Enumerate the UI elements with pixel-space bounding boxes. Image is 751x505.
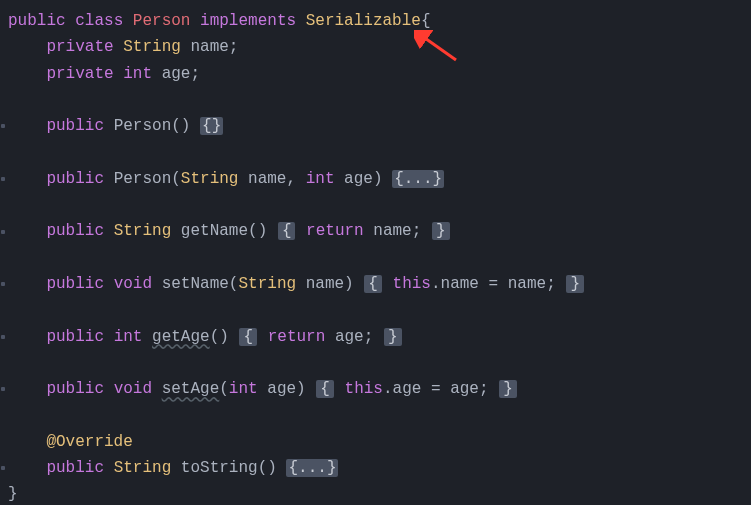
type-string: String xyxy=(123,38,181,56)
parens: () xyxy=(210,328,229,346)
keyword-public: public xyxy=(46,380,104,398)
fold-region[interactable]: {...} xyxy=(392,170,444,188)
blank-line xyxy=(0,402,743,428)
keyword-private: private xyxy=(46,65,113,83)
code-line: private String name; xyxy=(0,34,743,60)
method-tostring: toString xyxy=(181,459,258,477)
code-line: public String toString() {...} xyxy=(0,455,743,481)
type-string: String xyxy=(181,170,239,188)
assignment: .age = age; xyxy=(383,380,489,398)
keyword-int: int xyxy=(123,65,152,83)
param-name: name xyxy=(306,275,344,293)
return-value: age; xyxy=(325,328,373,346)
keyword-private: private xyxy=(46,38,113,56)
fold-brace-open[interactable]: { xyxy=(239,328,257,346)
keyword-public: public xyxy=(46,328,104,346)
gutter-marker[interactable] xyxy=(0,455,6,481)
field-age: age xyxy=(162,65,191,83)
code-line: public void setName(String name) { this.… xyxy=(0,271,743,297)
annotation-override: @Override xyxy=(46,433,132,451)
type-string: String xyxy=(238,275,296,293)
param-name: name xyxy=(248,170,286,188)
blank-line xyxy=(0,297,743,323)
parens: () xyxy=(248,222,267,240)
fold-brace-close[interactable]: } xyxy=(384,328,402,346)
gutter-marker[interactable] xyxy=(0,166,6,192)
blank-line xyxy=(0,87,743,113)
code-line: } xyxy=(0,481,743,505)
assignment: .name = name; xyxy=(431,275,556,293)
fold-brace-close[interactable]: } xyxy=(566,275,584,293)
gutter-marker[interactable] xyxy=(0,218,6,244)
keyword-public: public xyxy=(46,459,104,477)
fold-region[interactable]: {} xyxy=(200,117,223,135)
keyword-this: this xyxy=(345,380,383,398)
paren-open: ( xyxy=(219,380,229,398)
keyword-public: public xyxy=(46,117,104,135)
type-string: String xyxy=(114,459,172,477)
fold-brace-open[interactable]: { xyxy=(364,275,382,293)
type-string: String xyxy=(114,222,172,240)
semicolon: ; xyxy=(229,38,239,56)
param-age: age xyxy=(344,170,373,188)
method-setname: setName xyxy=(162,275,229,293)
code-line: public Person() {} xyxy=(0,113,743,139)
keyword-return: return xyxy=(306,222,364,240)
blank-line xyxy=(0,139,743,165)
code-line: public int getAge() { return age; } xyxy=(0,324,743,350)
param-age: age xyxy=(267,380,296,398)
fold-brace-close[interactable]: } xyxy=(499,380,517,398)
code-line: public Person(String name, int age) {...… xyxy=(0,166,743,192)
keyword-int: int xyxy=(306,170,335,188)
constructor-name: Person xyxy=(114,117,172,135)
keyword-public: public xyxy=(46,170,104,188)
fold-brace-open[interactable]: { xyxy=(278,222,296,240)
blank-line xyxy=(0,245,743,271)
code-editor[interactable]: public class Person implements Serializa… xyxy=(0,8,743,505)
class-name: Person xyxy=(133,12,191,30)
keyword-implements: implements xyxy=(200,12,296,30)
keyword-int: int xyxy=(114,328,143,346)
keyword-return: return xyxy=(268,328,326,346)
keyword-int: int xyxy=(229,380,258,398)
keyword-public: public xyxy=(46,222,104,240)
keyword-public: public xyxy=(8,12,66,30)
gutter-marker[interactable] xyxy=(0,376,6,402)
method-getname: getName xyxy=(181,222,248,240)
blank-line xyxy=(0,192,743,218)
parens: () xyxy=(171,117,190,135)
blank-line xyxy=(0,350,743,376)
keyword-void: void xyxy=(114,275,152,293)
fold-region[interactable]: {...} xyxy=(286,459,338,477)
paren-open: ( xyxy=(171,170,181,188)
return-value: name; xyxy=(364,222,422,240)
comma: , xyxy=(286,170,296,188)
paren-close: ) xyxy=(296,380,306,398)
constructor-name: Person xyxy=(114,170,172,188)
code-line: @Override xyxy=(0,429,743,455)
gutter-marker[interactable] xyxy=(0,113,6,139)
keyword-this: this xyxy=(393,275,431,293)
keyword-void: void xyxy=(114,380,152,398)
field-name: name xyxy=(190,38,228,56)
method-setage: setAge xyxy=(162,380,220,398)
fold-brace-close[interactable]: } xyxy=(432,222,450,240)
code-line: public class Person implements Serializa… xyxy=(0,8,743,34)
brace: { xyxy=(421,12,431,30)
gutter-marker[interactable] xyxy=(0,324,6,350)
semicolon: ; xyxy=(190,65,200,83)
interface-name: Serializable xyxy=(306,12,421,30)
code-line: public void setAge(int age) { this.age =… xyxy=(0,376,743,402)
parens: () xyxy=(258,459,277,477)
paren-close: ) xyxy=(373,170,383,188)
gutter-marker[interactable] xyxy=(0,271,6,297)
keyword-class: class xyxy=(75,12,123,30)
code-line: private int age; xyxy=(0,61,743,87)
code-line: public String getName() { return name; } xyxy=(0,218,743,244)
paren-close: ) xyxy=(344,275,354,293)
method-getage: getAge xyxy=(152,328,210,346)
keyword-public: public xyxy=(46,275,104,293)
brace-close: } xyxy=(8,485,18,503)
fold-brace-open[interactable]: { xyxy=(316,380,334,398)
